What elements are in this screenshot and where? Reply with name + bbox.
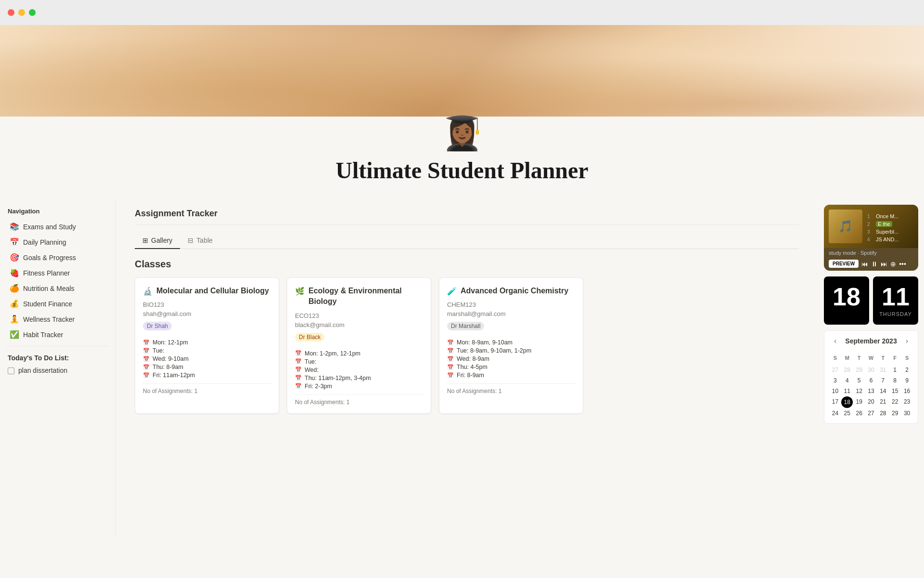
- chem-schedule: 📅 Mon: 8-9am, 9-10am 📅 Tue: 8-9am, 9-10a…: [447, 339, 575, 379]
- cal-day-15[interactable]: 15: [889, 386, 901, 396]
- cal-day-20[interactable]: 20: [865, 396, 877, 408]
- cal-day-8[interactable]: 8: [889, 375, 901, 386]
- tab-table[interactable]: ⊟ Table: [180, 233, 220, 249]
- cal-day-31-aug[interactable]: 31: [877, 365, 889, 375]
- sidebar-label-planning: Daily Planning: [23, 238, 66, 246]
- calendar-weekdays: S M T W T F S: [829, 353, 913, 363]
- planning-icon: 📅: [10, 237, 19, 247]
- bio-fri: 📅 Fri: 11am-12pm: [143, 372, 271, 379]
- avatar: 👩🏾‍🎓: [442, 117, 483, 149]
- cal-day-28[interactable]: 28: [877, 408, 889, 419]
- class-card-eco[interactable]: 🌿 Ecology & Environmental Biology ECO123…: [287, 277, 431, 414]
- cal-day-21[interactable]: 21: [877, 396, 889, 408]
- cards-grid: 🔬 Molecular and Cellular Biology BIO123 …: [135, 277, 799, 414]
- sidebar-item-habit[interactable]: ✅ Habit Tracker: [2, 327, 113, 342]
- cal-day-11[interactable]: 11: [841, 386, 853, 396]
- weekday-m: M: [841, 353, 853, 363]
- bio-title: Molecular and Cellular Biology: [156, 286, 269, 296]
- cal-day-28-aug[interactable]: 28: [841, 365, 853, 375]
- cal-day-24[interactable]: 24: [829, 408, 841, 419]
- sidebar-label-nutrition: Nutrition & Meals: [23, 285, 75, 292]
- spotify-next-button[interactable]: ⏭: [881, 260, 887, 268]
- calendar-next-button[interactable]: ›: [903, 336, 911, 346]
- chem-fri: 📅 Fri: 8-9am: [447, 372, 575, 379]
- exams-icon: 📚: [10, 222, 19, 231]
- close-button[interactable]: [8, 9, 14, 16]
- cal-day-12[interactable]: 12: [853, 386, 865, 396]
- cal-day-16[interactable]: 16: [901, 386, 913, 396]
- finance-icon: 💰: [10, 299, 19, 308]
- page-wrapper: 👩🏾‍🎓 Ultimate Student Planner Navigation…: [0, 117, 924, 536]
- spotify-widget[interactable]: 🎵 1 Once M... 2 E the 3 Superbl...: [824, 205, 918, 271]
- eco-fri: 📅 Fri: 2-3pm: [295, 383, 423, 390]
- section-header: Assignment Tracker: [135, 199, 799, 225]
- cal-day-3[interactable]: 3: [829, 375, 841, 386]
- cal-day-5[interactable]: 5: [853, 375, 865, 386]
- cal-day-27-aug[interactable]: 27: [829, 365, 841, 375]
- weekday-t2: T: [877, 353, 889, 363]
- cal-day-30[interactable]: 30: [901, 408, 913, 419]
- cal-day-22[interactable]: 22: [889, 396, 901, 408]
- cal-day-23[interactable]: 23: [901, 396, 913, 408]
- chem-thu: 📅 Thu: 4-5pm: [447, 364, 575, 370]
- spotify-more-button[interactable]: •••: [899, 260, 906, 268]
- maximize-button[interactable]: [29, 9, 36, 16]
- class-card-bio[interactable]: 🔬 Molecular and Cellular Biology BIO123 …: [135, 277, 279, 414]
- weekday-f: F: [889, 353, 901, 363]
- bio-email: shah@gmail.com: [143, 310, 271, 317]
- card-title-row-chem: 🧪 Advanced Organic Chemistry: [447, 286, 575, 296]
- cal-day-13[interactable]: 13: [865, 386, 877, 396]
- cal-day-27[interactable]: 27: [865, 408, 877, 419]
- cal-day-26[interactable]: 26: [853, 408, 865, 419]
- class-card-chem[interactable]: 🧪 Advanced Organic Chemistry CHEM123 mar…: [439, 277, 583, 414]
- bio-thu: 📅 Thu: 8-9am: [143, 364, 271, 370]
- spotify-play-button[interactable]: ⏸: [871, 260, 878, 268]
- cal-day-18-today[interactable]: 18: [841, 396, 853, 408]
- sidebar-item-nutrition[interactable]: 🍊 Nutrition & Meals: [2, 281, 113, 296]
- sidebar-item-goals[interactable]: 🎯 Goals & Progress: [2, 250, 113, 265]
- chem-assignments: No of Assignments: 1: [447, 383, 575, 394]
- spotify-add-button[interactable]: ⊕: [890, 260, 896, 268]
- eco-schedule: 📅 Mon: 1-2pm, 12-1pm 📅 Tue: 📅 Wed:: [295, 350, 423, 390]
- cal-day-14[interactable]: 14: [877, 386, 889, 396]
- cal-day-17[interactable]: 17: [829, 396, 841, 408]
- spotify-preview-button[interactable]: PREVIEW: [829, 260, 859, 268]
- sidebar-item-wellness[interactable]: 🧘 Wellness Tracker: [2, 312, 113, 327]
- bio-code: BIO123: [143, 301, 271, 308]
- cal-day-10[interactable]: 10: [829, 386, 841, 396]
- sidebar-label-fitness: Fitness Planner: [23, 269, 70, 277]
- minimize-button[interactable]: [18, 9, 25, 16]
- eco-assignments: No of Assignments: 1: [295, 394, 423, 406]
- spotify-track-4: 4 JS AND...: [867, 236, 915, 242]
- sidebar-item-exams[interactable]: 📚 Exams and Study: [2, 219, 113, 234]
- calendar-widget: ‹ September 2023 › S M T W T F S: [824, 330, 918, 424]
- cal-day-25[interactable]: 25: [841, 408, 853, 419]
- cal-day-6[interactable]: 6: [865, 375, 877, 386]
- tab-gallery[interactable]: ⊞ Gallery: [135, 233, 180, 249]
- cal-day-9[interactable]: 9: [901, 375, 913, 386]
- sidebar-item-planning[interactable]: 📅 Daily Planning: [2, 235, 113, 250]
- spotify-prev-button[interactable]: ⏮: [861, 260, 868, 268]
- cal-day-4[interactable]: 4: [841, 375, 853, 386]
- cal-day-30-aug[interactable]: 30: [865, 365, 877, 375]
- cal-day-19[interactable]: 19: [853, 396, 865, 408]
- spotify-tracklist: 1 Once M... 2 E the 3 Superbl... 4: [867, 210, 918, 248]
- cal-day-29[interactable]: 29: [889, 408, 901, 419]
- page-title: Ultimate Student Planner: [0, 157, 924, 184]
- weekday-s: S: [829, 353, 841, 363]
- calendar-days: 27 28 29 30 31 1 2 3 4 5 6 7 8: [829, 365, 913, 419]
- cal-day-2[interactable]: 2: [901, 365, 913, 375]
- calendar-prev-button[interactable]: ‹: [831, 336, 839, 346]
- cal-day-1[interactable]: 1: [889, 365, 901, 375]
- eco-emoji: 🌿: [295, 287, 305, 296]
- todo-checkbox[interactable]: [8, 368, 14, 374]
- cal-day-7[interactable]: 7: [877, 375, 889, 386]
- sidebar-item-finance[interactable]: 💰 Student Finance: [2, 296, 113, 311]
- weekday-s2: S: [901, 353, 913, 363]
- todo-section: Today's To Do List: plan dissertation: [0, 350, 115, 381]
- sidebar-item-fitness[interactable]: 🍓 Fitness Planner: [2, 265, 113, 280]
- bio-assignments: No of Assignments: 1: [143, 383, 271, 394]
- date-number-right: 11: [877, 284, 914, 309]
- spotify-track-3: 3 Superbl...: [867, 229, 915, 235]
- cal-day-29-aug[interactable]: 29: [853, 365, 865, 375]
